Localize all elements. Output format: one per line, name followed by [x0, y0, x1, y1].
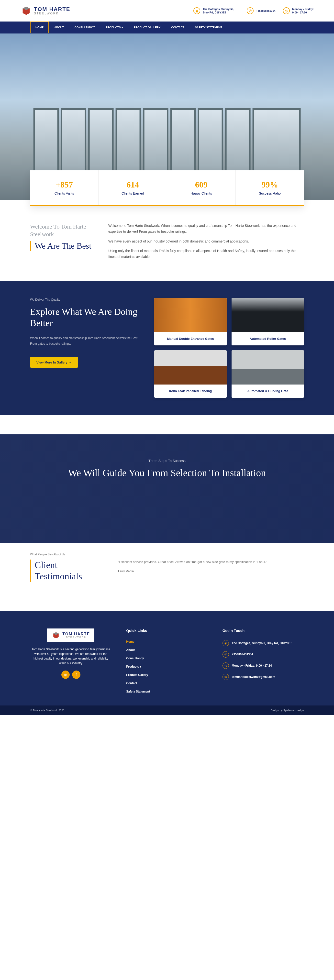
nav-contact[interactable]: CONTACT — [166, 22, 189, 33]
explore-section: We Deliver The Quality Explore What We A… — [0, 281, 334, 415]
logo-icon — [20, 5, 32, 17]
footer-about-text: Tom Harte Steelwork is a second generati… — [30, 647, 111, 666]
git-email[interactable]: ✉tomhartesteelwork@gmail.com — [223, 671, 304, 682]
guide-section: Three Steps To Success We Will Guide You… — [0, 434, 334, 543]
testi-title: Client Testimonials — [30, 560, 103, 582]
footer-about: TOM HARTE STEELWORK Tom Harte Steelwork … — [30, 628, 111, 696]
nav-safety[interactable]: SAFETY STATEMENT — [189, 22, 227, 33]
testi-author: Larry Martin — [118, 570, 304, 573]
testi-subtitle: What People Say About Us — [30, 553, 304, 556]
footer: TOM HARTE STEELWORK Tom Harte Steelwork … — [0, 611, 334, 705]
phone-icon: ✆ — [223, 651, 229, 657]
nav-home[interactable]: HOME — [30, 22, 49, 33]
explore-p1: When it comes to quality and craftsmansh… — [30, 336, 140, 340]
design-credit[interactable]: Design by Spiderwebdesign — [271, 709, 304, 712]
stat-happy: 609 Happy Clients — [167, 170, 235, 205]
footer-link-contact[interactable]: Contact — [126, 679, 208, 687]
footer-link-safety[interactable]: Safety Statement — [126, 687, 208, 696]
brand-line1: TOM HARTE — [34, 6, 70, 12]
topbar: TOM HARTE STEELWORK ◉ The Cottages, Sunn… — [20, 0, 314, 22]
git-heading: Get In Touch — [223, 628, 304, 633]
instagram-icon[interactable]: ◎ — [61, 671, 70, 679]
stat-earned: 614 Clients Earned — [98, 170, 167, 205]
facebook-icon[interactable]: f — [72, 671, 80, 679]
address-info: ◉ The Cottages, Sunnyhill, Bray Rd, D18Y… — [193, 7, 239, 14]
hours-value: 9:00 - 17:30 — [292, 11, 307, 14]
git-hours: ◷Monday - Friday: 9:00 - 17:30 — [223, 660, 304, 671]
brand-line2: STEELWORK — [34, 12, 70, 15]
clock-icon: ◷ — [223, 662, 229, 669]
explore-title: Explore What We Are Doing Better — [30, 306, 140, 329]
footer-link-consultancy[interactable]: Consultancy — [126, 654, 208, 662]
main-nav: HOME ABOUT CONSULTANCY PRODUCTS PRODUCT … — [0, 22, 334, 33]
hours-label: Monday - Friday: — [292, 8, 314, 11]
logo-icon — [52, 631, 60, 640]
phone-icon: ✆ — [247, 7, 254, 14]
footer-link-about[interactable]: About — [126, 646, 208, 654]
logo[interactable]: TOM HARTE STEELWORK — [20, 5, 70, 17]
card-u-curving-gate[interactable]: Automated U-Curving Gate — [232, 350, 304, 398]
git-address: ◉The Cottages, Sunnyhill, Bray Rd, D18Y3… — [223, 638, 304, 649]
mail-icon: ✉ — [223, 674, 229, 680]
footer-link-gallery[interactable]: Product Gallery — [126, 671, 208, 679]
nav-about[interactable]: ABOUT — [49, 22, 69, 33]
card-roller-gates[interactable]: Automated Roller Gates — [232, 298, 304, 345]
explore-subtitle: We Deliver The Quality — [30, 298, 140, 301]
welcome-title: We Are The Best — [30, 241, 94, 251]
phone-text: +353868459354 — [256, 9, 275, 12]
stats-row: +857 Clients Visits 614 Clients Earned 6… — [30, 170, 304, 206]
guide-subtitle: Three Steps To Success — [0, 459, 334, 463]
git-phone[interactable]: ✆+353868459354 — [223, 649, 304, 660]
footer-quick-links: Quick Links Home About Consultancy Produ… — [126, 628, 208, 696]
footer-link-home[interactable]: Home — [126, 638, 208, 646]
nav-gallery[interactable]: PRODUCT GALLERY — [128, 22, 166, 33]
testi-quote: "Excellent service provided. Great price… — [118, 560, 304, 565]
address-text: The Cottages, Sunnyhill, Bray Rd, D18Y3E… — [203, 7, 239, 14]
footer-link-products[interactable]: Products — [126, 662, 208, 671]
map-pin-icon: ◉ — [193, 7, 200, 14]
phone-info[interactable]: ✆ +353868459354 — [247, 7, 275, 14]
welcome-subtitle: Welcome To Tom Harte Steelwork — [30, 223, 94, 238]
guide-title: We Will Guide You From Selection To Inst… — [0, 467, 334, 479]
welcome-p1: Welcome to Tom Harte Steelwork. When it … — [108, 223, 304, 235]
map-pin-icon: ◉ — [223, 640, 229, 646]
stat-ratio: 99% Success Ratio — [235, 170, 304, 205]
testimonials-section: What People Say About Us Client Testimon… — [30, 538, 304, 611]
footer-get-in-touch: Get In Touch ◉The Cottages, Sunnyhill, B… — [223, 628, 304, 696]
bottom-bar: © Tom Harte Steelwork 2023 Design by Spi… — [0, 705, 334, 715]
nav-consultancy[interactable]: CONSULTANCY — [69, 22, 100, 33]
welcome-p3: Using only the finest of materials THS i… — [108, 248, 304, 260]
welcome-p2: We have every aspect of our industry cov… — [108, 239, 304, 245]
explore-p2: From gates to bespoke railings, — [30, 342, 140, 346]
footer-logo[interactable]: TOM HARTE STEELWORK — [47, 628, 94, 642]
welcome-section: Welcome To Tom Harte Steelwork We Are Th… — [30, 206, 304, 281]
view-gallery-button[interactable]: View More In Gallery → — [30, 357, 78, 368]
quick-links-heading: Quick Links — [126, 628, 208, 633]
card-manual-gates[interactable]: Manual Double Entrance Gates — [154, 298, 227, 345]
nav-products[interactable]: PRODUCTS — [100, 22, 128, 33]
card-teak-fencing[interactable]: Iroko Teak Panelled Fencing — [154, 350, 227, 398]
stat-visits: +857 Clients Visits — [30, 170, 98, 205]
copyright: © Tom Harte Steelwork 2023 — [30, 709, 65, 712]
hours-info: ◷ Monday - Friday:9:00 - 17:30 — [283, 7, 314, 14]
clock-icon: ◷ — [283, 7, 290, 14]
